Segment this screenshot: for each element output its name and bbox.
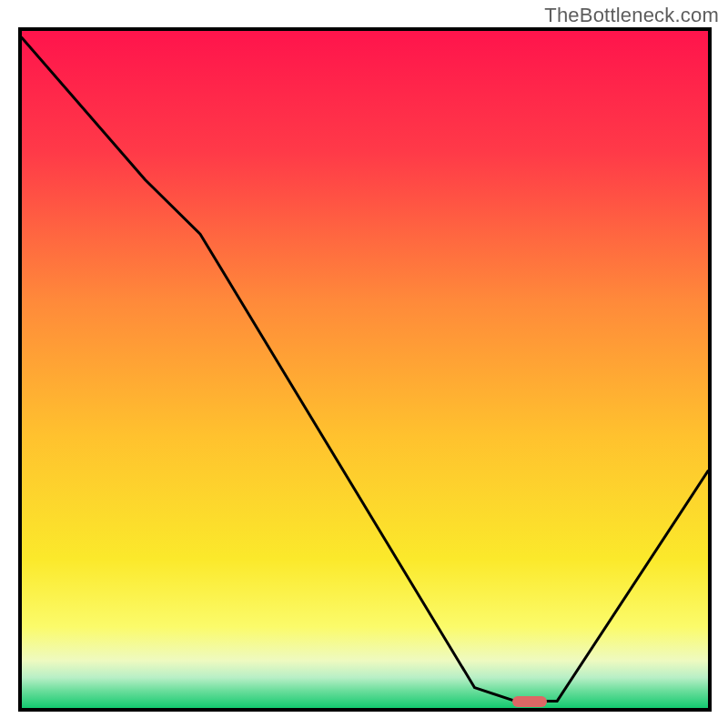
bottleneck-curve xyxy=(22,31,708,708)
optimal-marker xyxy=(512,696,547,707)
plot-area xyxy=(18,27,712,712)
chart-container: TheBottleneck.com xyxy=(0,0,728,728)
watermark-text: TheBottleneck.com xyxy=(544,4,719,27)
